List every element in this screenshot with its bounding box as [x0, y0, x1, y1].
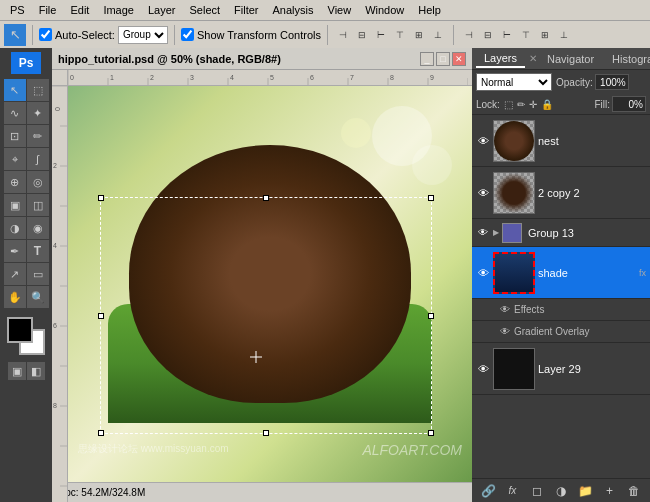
align-bottom-icon[interactable]: ⊥: [429, 26, 447, 44]
toolbox: Ps ↖ ⬚ ∿ ✦ ⊡ ✏ ⌖ ∫ ⊕ ◎ ▣ ◫ ◑ ◉: [0, 48, 52, 502]
standard-mode-icon: ▣: [12, 365, 22, 378]
layer-visibility-2copy2[interactable]: 👁: [476, 186, 490, 200]
layers-tab[interactable]: Layers: [476, 50, 525, 68]
layer-visibility-shade[interactable]: 👁: [476, 266, 490, 280]
dodge-tool[interactable]: ◑: [4, 217, 26, 239]
svg-text:7: 7: [350, 74, 354, 81]
navigator-tab[interactable]: Navigator: [539, 51, 602, 67]
show-transform-checkbox[interactable]: [181, 28, 194, 41]
foreground-color-swatch[interactable]: [7, 317, 33, 343]
crop-tool[interactable]: ⊡: [4, 125, 26, 147]
align-middle-v-icon[interactable]: ⊞: [410, 26, 428, 44]
dist-top-icon[interactable]: ⊤: [517, 26, 535, 44]
menu-analysis[interactable]: Analysis: [267, 2, 320, 18]
svg-text:4: 4: [230, 74, 234, 81]
blur-tool[interactable]: ◉: [27, 217, 49, 239]
menu-ps[interactable]: PS: [4, 2, 31, 18]
layer-item-group13[interactable]: 👁 ▶ Group 13: [472, 219, 650, 247]
shape-tool[interactable]: ▭: [27, 263, 49, 285]
lock-pixels-icon[interactable]: ✏: [517, 99, 525, 110]
ruler-corner: [52, 70, 68, 86]
brush-tool[interactable]: ∫: [27, 148, 49, 170]
doc-close-btn[interactable]: ✕: [452, 52, 466, 66]
eyedropper-tool[interactable]: ✏: [27, 125, 49, 147]
dist-right-icon[interactable]: ⊢: [498, 26, 516, 44]
hand-tool[interactable]: ✋: [4, 286, 26, 308]
doc-minimize-btn[interactable]: _: [420, 52, 434, 66]
quick-mask-btn[interactable]: ◧: [27, 362, 45, 380]
selection-tool[interactable]: ⬚: [27, 79, 49, 101]
menu-image[interactable]: Image: [97, 2, 140, 18]
align-right-icon[interactable]: ⊢: [372, 26, 390, 44]
ps-logo: Ps: [11, 52, 41, 74]
move-tool-btn[interactable]: ↖: [4, 24, 26, 46]
layer-item-nest[interactable]: 👁 nest: [472, 115, 650, 167]
transform-handle-bm[interactable]: [263, 430, 269, 436]
standard-mode-btn[interactable]: ▣: [8, 362, 26, 380]
lock-position-icon[interactable]: ✛: [529, 99, 537, 110]
auto-select-dropdown[interactable]: Group: [118, 26, 168, 44]
layer-visibility-nest[interactable]: 👁: [476, 134, 490, 148]
gradient-tool[interactable]: ◫: [27, 194, 49, 216]
align-center-h-icon[interactable]: ⊟: [353, 26, 371, 44]
layer-visibility-layer29[interactable]: 👁: [476, 362, 490, 376]
layer-item-layer29[interactable]: 👁 Layer 29: [472, 343, 650, 395]
path-select-tool[interactable]: ↗: [4, 263, 26, 285]
type-tool[interactable]: T: [27, 240, 49, 262]
lock-label: Lock:: [476, 99, 500, 110]
layer-item-2copy2[interactable]: 👁 2 copy 2: [472, 167, 650, 219]
transform-handle-bl[interactable]: [98, 430, 104, 436]
transform-handle-lm[interactable]: [98, 313, 104, 319]
dist-bottom-icon[interactable]: ⊥: [555, 26, 573, 44]
layer-item-shade[interactable]: 👁 shade fx: [472, 247, 650, 299]
align-left-icon[interactable]: ⊣: [334, 26, 352, 44]
menu-layer[interactable]: Layer: [142, 2, 182, 18]
doc-maximize-btn[interactable]: □: [436, 52, 450, 66]
menu-help[interactable]: Help: [412, 2, 447, 18]
menu-file[interactable]: File: [33, 2, 63, 18]
transform-handle-tl[interactable]: [98, 195, 104, 201]
menu-window[interactable]: Window: [359, 2, 410, 18]
layer-delete-btn[interactable]: 🗑: [625, 482, 643, 500]
eraser-tool[interactable]: ▣: [4, 194, 26, 216]
opacity-input[interactable]: [595, 74, 629, 90]
transform-handle-tr[interactable]: [428, 195, 434, 201]
move-tool[interactable]: ↖: [4, 79, 26, 101]
move-tool-icon: ↖: [10, 84, 19, 97]
history-tool[interactable]: ◎: [27, 171, 49, 193]
magic-wand-tool[interactable]: ✦: [27, 102, 49, 124]
layer-new-btn[interactable]: +: [601, 482, 619, 500]
layer-visibility-group13[interactable]: 👁: [476, 226, 490, 240]
spot-heal-tool[interactable]: ⌖: [4, 148, 26, 170]
layer-mask-btn[interactable]: ◻: [528, 482, 546, 500]
transform-handle-br[interactable]: [428, 430, 434, 436]
layers-tab-close[interactable]: ✕: [529, 53, 537, 64]
fill-input[interactable]: [612, 96, 646, 112]
hand-icon: ✋: [8, 291, 22, 304]
layer-fx-btn[interactable]: fx: [503, 482, 521, 500]
dist-left-icon[interactable]: ⊣: [460, 26, 478, 44]
gradient-overlay-eye-icon[interactable]: 👁: [500, 326, 510, 337]
lock-all-icon[interactable]: 🔒: [541, 99, 553, 110]
zoom-tool[interactable]: 🔍: [27, 286, 49, 308]
menu-edit[interactable]: Edit: [64, 2, 95, 18]
dist-center-h-icon[interactable]: ⊟: [479, 26, 497, 44]
blend-mode-select[interactable]: Normal: [476, 73, 552, 91]
auto-select-checkbox[interactable]: [39, 28, 52, 41]
layer-link-btn[interactable]: 🔗: [479, 482, 497, 500]
layer-thumb-shade: [493, 252, 535, 294]
layer-adjustment-btn[interactable]: ◑: [552, 482, 570, 500]
pen-tool[interactable]: ✒: [4, 240, 26, 262]
lock-transparency-icon[interactable]: ⬚: [504, 99, 513, 110]
clone-tool[interactable]: ⊕: [4, 171, 26, 193]
menu-select[interactable]: Select: [184, 2, 227, 18]
dist-middle-v-icon[interactable]: ⊞: [536, 26, 554, 44]
lasso-tool[interactable]: ∿: [4, 102, 26, 124]
align-top-icon[interactable]: ⊤: [391, 26, 409, 44]
nest-thumb-img: [494, 121, 534, 161]
histogram-tab[interactable]: Histogram: [604, 51, 650, 67]
layer-group-btn[interactable]: 📁: [576, 482, 594, 500]
menu-view[interactable]: View: [322, 2, 358, 18]
effects-eye-icon[interactable]: 👁: [500, 304, 510, 315]
menu-filter[interactable]: Filter: [228, 2, 264, 18]
